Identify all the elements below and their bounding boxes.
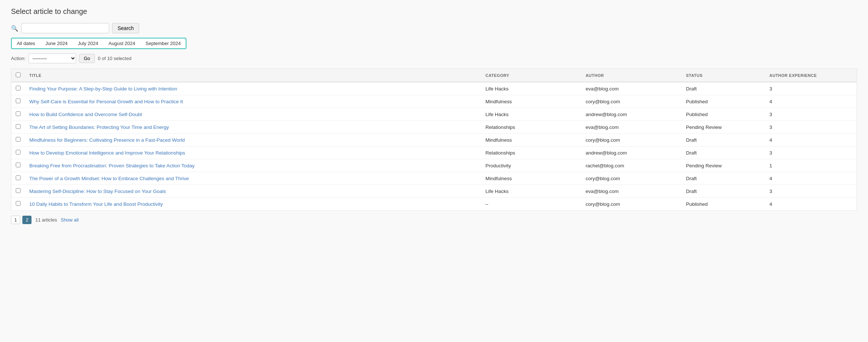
table-row: Why Self-Care is Essential for Personal … [11, 95, 857, 108]
row-category-7: Mindfulness [481, 172, 581, 185]
row-category-2: Life Hacks [481, 108, 581, 121]
row-author-9: cory@blog.com [581, 198, 682, 211]
row-experience-3: 3 [765, 121, 857, 134]
row-experience-9: 4 [765, 198, 857, 211]
action-row: Action: --------- Go 0 of 10 selected [11, 53, 857, 63]
article-link-4[interactable]: Mindfulness for Beginners: Cultivating P… [29, 137, 185, 143]
page-1-button[interactable]: 1 [11, 216, 20, 224]
row-title-6: Breaking Free from Procrastination: Prov… [25, 159, 481, 172]
row-author-3: eva@blog.com [581, 121, 682, 134]
date-filter-box: All dates June 2024 July 2024 August 202… [11, 38, 186, 49]
action-select[interactable]: --------- [29, 53, 76, 63]
selected-count: 0 of 10 selected [98, 56, 131, 61]
row-author-4: cory@blog.com [581, 134, 682, 146]
articles-table: TITLE CATEGORY AUTHOR STATUS AUTHOR EXPE… [11, 68, 857, 211]
row-checkbox-1[interactable] [16, 98, 21, 103]
row-checkbox-2[interactable] [16, 111, 21, 116]
row-checkbox-3[interactable] [16, 124, 21, 129]
article-link-6[interactable]: Breaking Free from Procrastination: Prov… [29, 163, 194, 168]
row-experience-1: 4 [765, 95, 857, 108]
article-link-3[interactable]: The Art of Setting Boundaries: Protectin… [29, 124, 169, 130]
date-filter-august[interactable]: August 2024 [103, 38, 140, 48]
row-status-0: Draft [682, 82, 765, 95]
table-row: Finding Your Purpose: A Step-by-Step Gui… [11, 82, 857, 95]
row-category-3: Relationships [481, 121, 581, 134]
col-title: TITLE [25, 69, 481, 82]
row-category-1: Mindfulness [481, 95, 581, 108]
article-link-1[interactable]: Why Self-Care is Essential for Personal … [29, 99, 183, 104]
date-filter-september[interactable]: September 2024 [140, 38, 186, 48]
row-checkbox-0[interactable] [16, 86, 21, 90]
article-count: 11 articles [35, 217, 57, 223]
row-checkbox-cell [11, 159, 25, 172]
row-checkbox-cell [11, 134, 25, 146]
show-all-link[interactable]: Show all [61, 217, 79, 223]
row-category-0: Life Hacks [481, 82, 581, 95]
row-experience-0: 3 [765, 82, 857, 95]
date-filter-july[interactable]: July 2024 [73, 38, 104, 48]
row-checkbox-cell [11, 146, 25, 159]
row-status-1: Published [682, 95, 765, 108]
row-experience-5: 3 [765, 146, 857, 159]
article-link-0[interactable]: Finding Your Purpose: A Step-by-Step Gui… [29, 86, 177, 92]
row-title-0: Finding Your Purpose: A Step-by-Step Gui… [25, 82, 481, 95]
row-status-2: Published [682, 108, 765, 121]
row-experience-7: 4 [765, 172, 857, 185]
search-input[interactable] [21, 23, 109, 33]
row-status-4: Draft [682, 134, 765, 146]
row-checkbox-5[interactable] [16, 150, 21, 155]
row-category-5: Relationships [481, 146, 581, 159]
table-row: How to Build Confidence and Overcome Sel… [11, 108, 857, 121]
page-2-button[interactable]: 2 [22, 216, 31, 224]
row-status-6: Pending Review [682, 159, 765, 172]
row-checkbox-cell [11, 108, 25, 121]
row-author-1: cory@blog.com [581, 95, 682, 108]
row-author-7: cory@blog.com [581, 172, 682, 185]
row-checkbox-9[interactable] [16, 201, 21, 206]
row-category-9: – [481, 198, 581, 211]
article-link-9[interactable]: 10 Daily Habits to Transform Your Life a… [29, 201, 163, 207]
row-status-3: Pending Review [682, 121, 765, 134]
row-title-2: How to Build Confidence and Overcome Sel… [25, 108, 481, 121]
col-status: STATUS [682, 69, 765, 82]
row-title-3: The Art of Setting Boundaries: Protectin… [25, 121, 481, 134]
row-title-4: Mindfulness for Beginners: Cultivating P… [25, 134, 481, 146]
row-author-6: rachel@blog.com [581, 159, 682, 172]
search-button[interactable]: Search [112, 23, 139, 33]
col-category: CATEGORY [481, 69, 581, 82]
row-author-2: andrew@blog.com [581, 108, 682, 121]
row-title-1: Why Self-Care is Essential for Personal … [25, 95, 481, 108]
row-checkbox-8[interactable] [16, 188, 21, 193]
row-checkbox-cell [11, 185, 25, 198]
row-checkbox-cell [11, 95, 25, 108]
row-checkbox-4[interactable] [16, 137, 21, 142]
row-title-7: The Power of a Growth Mindset: How to Em… [25, 172, 481, 185]
row-category-4: Mindfulness [481, 134, 581, 146]
article-link-8[interactable]: Mastering Self-Discipline: How to Stay F… [29, 189, 166, 194]
row-title-5: How to Develop Emotional Intelligence an… [25, 146, 481, 159]
date-filter-june[interactable]: June 2024 [40, 38, 73, 48]
row-checkbox-cell [11, 82, 25, 95]
article-link-7[interactable]: The Power of a Growth Mindset: How to Em… [29, 176, 189, 181]
row-title-8: Mastering Self-Discipline: How to Stay F… [25, 185, 481, 198]
row-checkbox-6[interactable] [16, 163, 21, 167]
article-link-2[interactable]: How to Build Confidence and Overcome Sel… [29, 112, 142, 117]
table-row: Mindfulness for Beginners: Cultivating P… [11, 134, 857, 146]
search-row: 🔍 Search [11, 23, 857, 33]
article-link-5[interactable]: How to Develop Emotional Intelligence an… [29, 150, 185, 156]
row-status-9: Published [682, 198, 765, 211]
row-checkbox-7[interactable] [16, 175, 21, 180]
date-filter-all[interactable]: All dates [12, 38, 40, 48]
table-row: Mastering Self-Discipline: How to Stay F… [11, 185, 857, 198]
select-all-col [11, 69, 25, 82]
row-status-8: Draft [682, 185, 765, 198]
select-all-checkbox[interactable] [16, 73, 21, 77]
row-author-8: eva@blog.com [581, 185, 682, 198]
col-experience: AUTHOR EXPERIENCE [765, 69, 857, 82]
page-title: Select article to change [11, 7, 857, 16]
col-author: AUTHOR [581, 69, 682, 82]
search-icon: 🔍 [11, 25, 18, 32]
row-category-8: Life Hacks [481, 185, 581, 198]
go-button[interactable]: Go [79, 54, 95, 63]
table-row: 10 Daily Habits to Transform Your Life a… [11, 198, 857, 211]
